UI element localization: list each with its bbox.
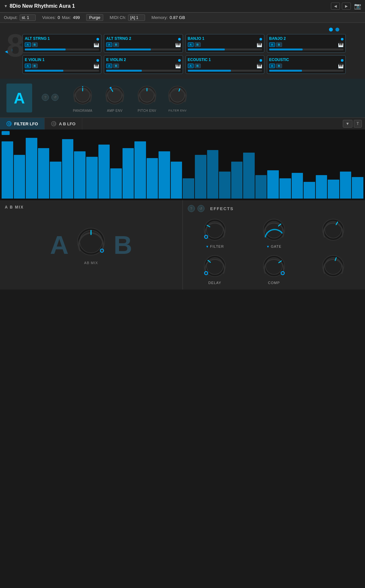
output-dropdown[interactable]: st. 1 xyxy=(20,14,36,21)
reset-button[interactable]: ↺ xyxy=(51,94,59,101)
dropdown-arrow[interactable]: ▼ xyxy=(4,4,8,8)
instrument-card-e-violin-2[interactable]: E VIOLIN 2 A B 🎹 xyxy=(104,55,183,74)
instrument-name-alt-strng-1: ALT STRNG 1 xyxy=(25,36,50,41)
nav-prev-button[interactable]: ◄ xyxy=(331,3,340,10)
inst-btn-a-8[interactable]: A xyxy=(269,64,275,68)
instrument-indicator-ecoustic-2 xyxy=(341,59,343,62)
effect-comp: COMP xyxy=(247,253,301,285)
help-button[interactable]: ? xyxy=(42,94,49,101)
svg-point-32 xyxy=(266,258,282,274)
inst-btn-a-6[interactable]: A xyxy=(106,64,112,68)
instrument-name-e-violin-2: E VIOLIN 2 xyxy=(106,58,126,62)
instrument-bar-4 xyxy=(269,49,343,50)
instrument-card-ecoustic-2[interactable]: ECOUSTIC A B 🎹 xyxy=(267,55,346,74)
panorama-knob[interactable] xyxy=(71,84,94,106)
midi-label: MIDI Ch: xyxy=(110,15,126,20)
gate-knob[interactable] xyxy=(261,217,287,243)
lfo-bar-5 xyxy=(62,139,74,199)
instrument-card-e-violin-1[interactable]: E VIOLIN 1 A B 🎹 xyxy=(23,55,101,74)
instrument-buttons-alt-strng-1: A B 🎹 xyxy=(25,42,99,47)
inst-btn-b-6[interactable]: B xyxy=(113,64,119,68)
effects-help-button[interactable]: ? xyxy=(188,205,195,212)
lfo-tab-icons: ▼ T xyxy=(343,120,365,128)
reverb-knob[interactable] xyxy=(320,217,346,243)
instrument-buttons-ecoustic-2: A B 🎹 xyxy=(269,63,343,68)
dot-1[interactable] xyxy=(329,28,333,31)
inst-btn-b-3[interactable]: B xyxy=(195,42,201,47)
amp-env-knob[interactable] xyxy=(104,84,126,106)
amp-env-knob-svg xyxy=(104,84,126,106)
comp-knob[interactable] xyxy=(261,253,287,279)
pagination-dots xyxy=(23,28,346,31)
instrument-card-ecoustic-1[interactable]: ECOUSTIC 1 A B 🎹 xyxy=(186,55,264,74)
gate-label-row: ▼ GATE xyxy=(266,245,281,248)
logo-8: 8 xyxy=(6,29,24,61)
instrument-bar-fill-8 xyxy=(269,70,302,72)
inst-btn-b-5[interactable]: B xyxy=(32,64,38,68)
lfo-t-button[interactable]: T xyxy=(354,120,362,128)
instrument-bar-2 xyxy=(106,49,180,50)
inst-btn-a-3[interactable]: A xyxy=(188,42,194,47)
midi-info: MIDI Ch: [A] 1 xyxy=(110,14,145,21)
ab-lfo-tab[interactable]: ⏻ A B LFO xyxy=(45,118,82,129)
reverb-knob-svg xyxy=(320,217,346,243)
filter-label-row: ▼ FILTER xyxy=(205,245,224,248)
inst-btn-b-1[interactable]: B xyxy=(32,42,38,47)
dot-2[interactable] xyxy=(335,28,339,31)
purge-info: Purge xyxy=(86,14,103,21)
lfo-chevron-button[interactable]: ▼ xyxy=(343,120,352,128)
inst-btn-a-7[interactable]: A xyxy=(188,64,194,68)
filter-lfo-tab[interactable]: ⏻ FILTER LFO xyxy=(0,118,45,129)
bottom-section: A B MIX A xyxy=(0,200,365,290)
inst-btn-a-2[interactable]: A xyxy=(106,42,112,47)
effects-reset-button[interactable]: ↺ xyxy=(197,205,205,212)
piano-icon-8: 🎹 xyxy=(338,63,343,68)
instrument-card-banjo-1[interactable]: BANJO 1 A B 🎹 xyxy=(186,34,264,53)
nav-arrows: ◄ ► xyxy=(331,3,351,10)
filter-label: FILTER xyxy=(210,245,224,248)
lfo-bars-container xyxy=(0,129,365,200)
inst-btn-a-5[interactable]: A xyxy=(25,64,31,68)
filter-knob[interactable] xyxy=(202,217,228,243)
inst-btn-a-1[interactable]: A xyxy=(25,42,31,47)
gate-chevron-icon[interactable]: ▼ xyxy=(266,245,269,248)
piano-icon-5: 🎹 xyxy=(94,63,99,68)
inst-btn-b-4[interactable]: B xyxy=(276,42,282,47)
ab-lfo-power-btn[interactable]: ⏻ xyxy=(51,121,56,126)
instrument-card-alt-strng-2[interactable]: ALT STRNG 2 A B 🎹 xyxy=(104,34,183,53)
delay-knob[interactable] xyxy=(202,253,228,279)
lfo-bar-19 xyxy=(231,162,243,199)
nav-next-button[interactable]: ► xyxy=(342,3,351,10)
knob-group-panorama: PANORAMA xyxy=(71,84,94,112)
ab-mix-knob[interactable] xyxy=(75,226,107,258)
pitch-env-knob[interactable] xyxy=(136,84,158,106)
instrument-card-banjo-2[interactable]: BANJO 2 A B 🎹 xyxy=(267,34,346,53)
instrument-bar-8 xyxy=(269,70,343,72)
inst-btn-b-7[interactable]: B xyxy=(195,64,201,68)
inst-btn-b-8[interactable]: B xyxy=(276,64,282,68)
instrument-indicator-ecoustic-1 xyxy=(260,59,262,62)
instrument-card-alt-strng-1[interactable]: ALT STRNG 1 A B 🎹 xyxy=(23,34,101,53)
instrument-buttons-banjo-1: A B 🎹 xyxy=(188,42,262,47)
filter-chevron-icon[interactable]: ▼ xyxy=(205,245,209,248)
instrument-bar-fill-7 xyxy=(188,70,231,72)
extra-knob[interactable] xyxy=(320,253,346,279)
inst-btn-a-4[interactable]: A xyxy=(269,42,275,47)
gate-knob-svg xyxy=(261,217,287,243)
filter-lfo-power-btn[interactable]: ⏻ xyxy=(6,121,12,126)
plugin-container: 8 ◀ ALT STRNG 1 A B 🎹 xyxy=(0,23,365,290)
instrument-bar-7 xyxy=(188,70,262,72)
delay-label: DELAY xyxy=(208,281,221,285)
camera-icon[interactable]: 📷 xyxy=(354,3,361,10)
lfo-bar-17 xyxy=(207,150,219,199)
inst-btn-b-2[interactable]: B xyxy=(113,42,119,47)
purge-button[interactable]: Purge xyxy=(86,14,103,21)
filter-env-knob[interactable] xyxy=(168,84,187,106)
instrument-indicator-banjo-1 xyxy=(260,38,262,40)
piano-icon-4: 🎹 xyxy=(338,42,343,47)
svg-point-36 xyxy=(325,258,342,274)
instrument-bar-fill-1 xyxy=(25,49,66,50)
plugin-title: 8Dio New Rhythmic Aura 1 xyxy=(10,3,331,9)
svg-point-18 xyxy=(206,221,223,238)
midi-dropdown[interactable]: [A] 1 xyxy=(128,14,145,21)
